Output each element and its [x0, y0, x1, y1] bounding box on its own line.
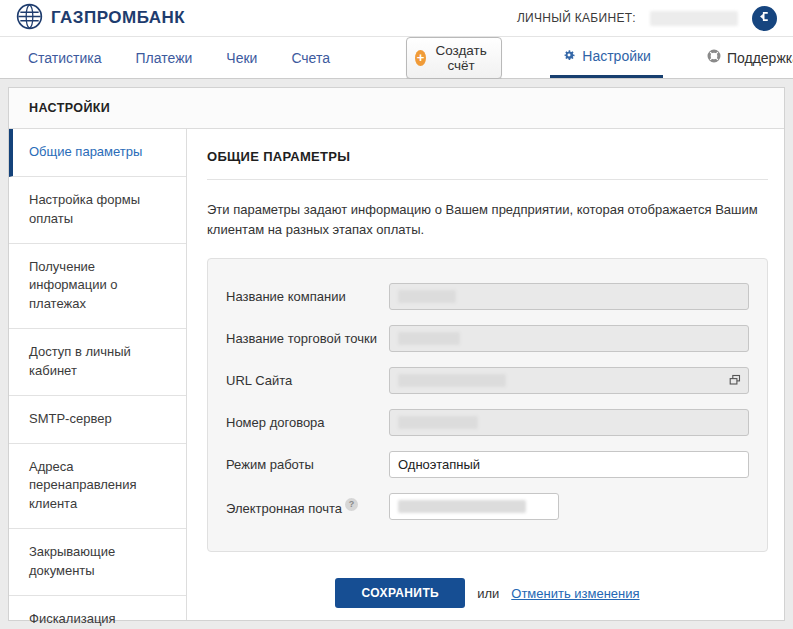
- nav-link-payments[interactable]: Платежи: [136, 37, 193, 78]
- form-row-work-mode: Режим работы Одноэтапный: [226, 451, 749, 478]
- section-description: Эти параметры задают информацию о Вашем …: [207, 200, 767, 240]
- work-mode-field[interactable]: Одноэтапный: [389, 451, 749, 478]
- settings-panel: НАСТРОЙКИ Общие параметры Настройка форм…: [8, 87, 785, 621]
- settings-content: ОБЩИЕ ПАРАМЕТРЫ Эти параметры задают инф…: [187, 129, 784, 620]
- account-label: ЛИЧНЫЙ КАБИНЕТ:: [517, 11, 636, 25]
- sidebar-item-payment-form[interactable]: Настройка формы оплаты: [9, 177, 186, 244]
- form-actions: СОХРАНИТЬ или Отменить изменения: [207, 578, 768, 608]
- brand-name: ГАЗПРОМБАНК: [51, 8, 185, 28]
- work-mode-value: Одноэтапный: [398, 457, 480, 472]
- settings-sidebar: Общие параметры Настройка формы оплаты П…: [9, 129, 187, 620]
- app-header: ГАЗПРОМБАНК ЛИЧНЫЙ КАБИНЕТ:: [0, 0, 793, 37]
- redacted-value: [398, 332, 460, 345]
- nav-link-statistics[interactable]: Статистика: [28, 37, 102, 78]
- logout-icon: [758, 10, 771, 26]
- redacted-value: [398, 500, 526, 513]
- panel-title: НАСТРОЙКИ: [9, 88, 784, 129]
- merchant-name-label: Название торговой точки: [226, 331, 389, 346]
- tab-support[interactable]: Поддержка: [695, 37, 793, 78]
- lifebuoy-icon: [707, 49, 721, 66]
- general-params-form: Название компании Название торговой точк…: [207, 258, 768, 552]
- plus-icon: +: [415, 50, 426, 66]
- header-account-area: ЛИЧНЫЙ КАБИНЕТ:: [517, 6, 777, 31]
- or-text: или: [477, 586, 499, 601]
- form-row-contract-number: Номер договора: [226, 409, 749, 436]
- form-row-merchant-name: Название торговой точки: [226, 325, 749, 352]
- company-name-label: Название компании: [226, 289, 389, 304]
- create-invoice-button[interactable]: + Создать счёт: [406, 37, 502, 79]
- divider: [207, 179, 768, 180]
- globe-icon: [16, 3, 43, 33]
- company-name-field: [389, 283, 749, 310]
- sidebar-item-payment-info[interactable]: Получение информации о платежах: [9, 244, 186, 330]
- redacted-value: [398, 290, 456, 303]
- tab-settings[interactable]: Настройки: [550, 37, 663, 78]
- brand-logo[interactable]: ГАЗПРОМБАНК: [16, 3, 185, 33]
- site-url-field: [389, 367, 749, 394]
- account-name-redacted: [650, 11, 738, 26]
- sidebar-item-smtp-server[interactable]: SMTP-сервер: [9, 396, 186, 444]
- page: ГАЗПРОМБАНК ЛИЧНЫЙ КАБИНЕТ: Статистика П…: [0, 0, 793, 629]
- main-area: НАСТРОЙКИ Общие параметры Настройка форм…: [0, 79, 793, 629]
- gear-icon: [562, 48, 576, 65]
- contract-number-field: [389, 409, 749, 436]
- save-button[interactable]: СОХРАНИТЬ: [335, 578, 465, 608]
- sidebar-item-redirect-addresses[interactable]: Адреса перенаправления клиента: [9, 444, 186, 530]
- email-label-text: Электронная почта: [226, 501, 342, 516]
- logout-button[interactable]: [752, 6, 777, 31]
- sidebar-item-general-params[interactable]: Общие параметры: [9, 129, 186, 177]
- tab-support-label: Поддержка: [727, 50, 793, 66]
- window-restore-icon[interactable]: [729, 374, 741, 389]
- cancel-changes-link[interactable]: Отменить изменения: [511, 586, 639, 601]
- create-invoice-label: Создать счёт: [433, 43, 489, 73]
- redacted-value: [398, 374, 506, 387]
- section-title: ОБЩИЕ ПАРАМЕТРЫ: [207, 149, 768, 179]
- merchant-name-field: [389, 325, 749, 352]
- sidebar-item-cabinet-access[interactable]: Доступ в личный кабинет: [9, 329, 186, 396]
- form-row-company-name: Название компании: [226, 283, 749, 310]
- sidebar-item-fiscalization[interactable]: Фискализация: [9, 596, 186, 629]
- form-row-email: Электронная почта?: [226, 493, 749, 520]
- email-field[interactable]: [389, 493, 559, 520]
- nav-link-invoices[interactable]: Счета: [291, 37, 330, 78]
- work-mode-label: Режим работы: [226, 457, 389, 472]
- tab-settings-label: Настройки: [582, 48, 651, 64]
- main-nav: Статистика Платежи Чеки Счета + Создать …: [0, 37, 793, 79]
- form-row-site-url: URL Сайта: [226, 367, 749, 394]
- contract-number-label: Номер договора: [226, 415, 389, 430]
- email-label: Электронная почта?: [226, 498, 389, 516]
- redacted-value: [398, 416, 478, 429]
- panel-body: Общие параметры Настройка формы оплаты П…: [9, 129, 784, 620]
- nav-link-receipts[interactable]: Чеки: [226, 37, 257, 78]
- sidebar-item-closing-documents[interactable]: Закрывающие документы: [9, 529, 186, 596]
- help-icon[interactable]: ?: [345, 498, 358, 511]
- site-url-label: URL Сайта: [226, 373, 389, 388]
